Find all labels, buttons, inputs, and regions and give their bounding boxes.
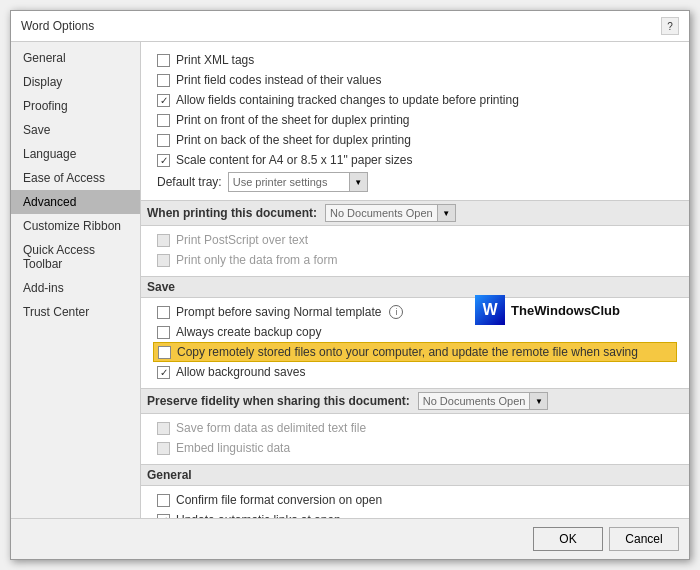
label-embed-linguistic: Embed linguistic data [176,441,290,455]
default-tray-label: Default tray: [157,175,222,189]
sidebar-item-save[interactable]: Save [11,118,140,142]
default-tray-row: Default tray:Use printer settings▼ [153,170,677,194]
option-row-print-only-data: Print only the data from a form [153,250,677,270]
option-row-print-xml-tags: Print XML tags [153,50,677,70]
sidebar-item-ease-of-access[interactable]: Ease of Access [11,166,140,190]
sidebar-item-display[interactable]: Display [11,70,140,94]
checkbox-embed-linguistic [157,442,170,455]
when-printing-dropdown[interactable]: No Documents Open▼ [325,204,456,222]
option-row-allow-fields-tracked: Allow fields containing tracked changes … [153,90,677,110]
label-print-field-codes: Print field codes instead of their value… [176,73,381,87]
sidebar-item-general[interactable]: General [11,46,140,70]
label-print-xml-tags: Print XML tags [176,53,254,67]
info-icon-prompt-normal-template[interactable]: i [389,305,403,319]
label-always-create-backup: Always create backup copy [176,325,321,339]
checkbox-print-field-codes[interactable] [157,74,170,87]
option-row-prompt-normal-template: Prompt before saving Normal templatei [153,302,677,322]
option-row-print-postscript: Print PostScript over text [153,230,677,250]
preserve-section: Preserve fidelity when sharing this docu… [141,388,689,414]
sidebar-item-proofing[interactable]: Proofing [11,94,140,118]
label-print-only-data: Print only the data from a form [176,253,337,267]
label-allow-background-saves: Allow background saves [176,365,305,379]
general-section-header: General [141,464,689,486]
label-copy-remotely-stored: Copy remotely stored files onto your com… [177,345,638,359]
checkbox-allow-background-saves[interactable] [157,366,170,379]
checkbox-scale-content[interactable] [157,154,170,167]
dialog-footer: OK Cancel [11,518,689,559]
title-bar-buttons: ? [661,17,679,35]
when-printing-section: When printing this document:No Documents… [141,200,689,226]
checkbox-allow-fields-tracked[interactable] [157,94,170,107]
option-row-scale-content: Scale content for A4 or 8.5 x 11" paper … [153,150,677,170]
help-button[interactable]: ? [661,17,679,35]
sidebar-item-quick-access-toolbar[interactable]: Quick Access Toolbar [11,238,140,276]
when-printing-dropdown-arrow-icon: ▼ [437,205,455,221]
dropdown-arrow-icon: ▼ [349,173,367,191]
sidebar-item-advanced[interactable]: Advanced [11,190,140,214]
default-tray-dropdown[interactable]: Use printer settings▼ [228,172,368,192]
word-options-dialog: Word Options ? GeneralDisplayProofingSav… [10,10,690,560]
checkbox-confirm-file-format[interactable] [157,494,170,507]
option-row-copy-remotely-stored: Copy remotely stored files onto your com… [153,342,677,362]
label-allow-fields-tracked: Allow fields containing tracked changes … [176,93,519,107]
label-scale-content: Scale content for A4 or 8.5 x 11" paper … [176,153,412,167]
checkbox-print-postscript [157,234,170,247]
sidebar-item-add-ins[interactable]: Add-ins [11,276,140,300]
cancel-button[interactable]: Cancel [609,527,679,551]
option-row-always-create-backup: Always create backup copy [153,322,677,342]
preserve-dropdown[interactable]: No Documents Open▼ [418,392,549,410]
option-row-confirm-file-format: Confirm file format conversion on open [153,490,677,510]
option-row-update-auto-links: Update automatic links at open [153,510,677,518]
title-bar: Word Options ? [11,11,689,42]
label-save-form-data: Save form data as delimited text file [176,421,366,435]
sidebar-item-customize-ribbon[interactable]: Customize Ribbon [11,214,140,238]
content-area: Print XML tagsPrint field codes instead … [141,42,689,518]
option-row-save-form-data: Save form data as delimited text file [153,418,677,438]
when-printing-label: When printing this document: [147,206,317,220]
label-confirm-file-format: Confirm file format conversion on open [176,493,382,507]
sidebar: GeneralDisplayProofingSaveLanguageEase o… [11,42,141,518]
label-print-front-duplex: Print on front of the sheet for duplex p… [176,113,409,127]
label-print-postscript: Print PostScript over text [176,233,308,247]
checkbox-print-only-data [157,254,170,267]
option-row-print-back-duplex: Print on back of the sheet for duplex pr… [153,130,677,150]
preserve-label: Preserve fidelity when sharing this docu… [147,394,410,408]
preserve-dropdown-arrow-icon: ▼ [529,393,547,409]
save-section-header: Save [141,276,689,298]
sidebar-item-trust-center[interactable]: Trust Center [11,300,140,324]
checkbox-prompt-normal-template[interactable] [157,306,170,319]
label-print-back-duplex: Print on back of the sheet for duplex pr… [176,133,411,147]
option-row-allow-background-saves: Allow background saves [153,362,677,382]
checkbox-print-front-duplex[interactable] [157,114,170,127]
label-prompt-normal-template: Prompt before saving Normal template [176,305,381,319]
sidebar-item-language[interactable]: Language [11,142,140,166]
checkbox-always-create-backup[interactable] [157,326,170,339]
checkbox-print-back-duplex[interactable] [157,134,170,147]
option-row-print-front-duplex: Print on front of the sheet for duplex p… [153,110,677,130]
dialog-body: GeneralDisplayProofingSaveLanguageEase o… [11,42,689,518]
checkbox-print-xml-tags[interactable] [157,54,170,67]
ok-button[interactable]: OK [533,527,603,551]
option-row-print-field-codes: Print field codes instead of their value… [153,70,677,90]
option-row-embed-linguistic: Embed linguistic data [153,438,677,458]
checkbox-copy-remotely-stored[interactable] [158,346,171,359]
checkbox-save-form-data [157,422,170,435]
dialog-title: Word Options [21,19,94,33]
